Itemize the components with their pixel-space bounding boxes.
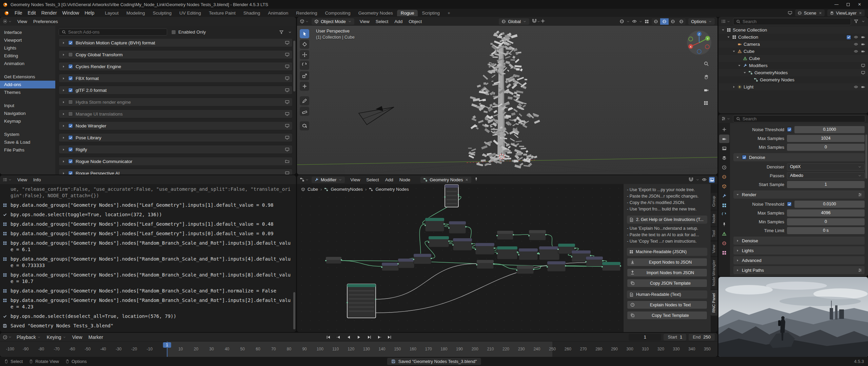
node-link[interactable]	[341, 261, 382, 266]
info-log-line[interactable]: bpy.data.node_groups["Geometry Nodes"].n…	[0, 221, 296, 227]
viewport-options-dropdown[interactable]: Options	[688, 18, 715, 25]
graph-node[interactable]	[496, 246, 518, 259]
properties-editor-type-icon-chevron[interactable]	[727, 117, 730, 121]
preferences-editor-type-icon-chevron[interactable]	[8, 20, 12, 23]
tool-transform-button[interactable]	[300, 82, 309, 91]
node-graph[interactable]	[297, 184, 623, 332]
viewer-toggle-button[interactable]	[709, 177, 715, 183]
preferences-editor-type-icon[interactable]	[3, 19, 7, 24]
graph-node[interactable]	[425, 218, 445, 231]
gizmos-chevron-icon[interactable]	[626, 20, 630, 23]
addon-row-hydra-storm-render-engine[interactable]: Hydra Storm render engine	[59, 98, 293, 106]
workspace-tab-geometry-nodes[interactable]: Geometry Nodes	[355, 10, 397, 16]
section-checkbox[interactable]	[742, 155, 747, 160]
disclosure-open-icon[interactable]	[727, 35, 730, 39]
outliner-row-collection[interactable]: Collection	[718, 34, 868, 41]
add-workspace-button[interactable]: +	[444, 10, 454, 16]
disclosure-open-icon[interactable]	[732, 49, 736, 53]
close-button[interactable]: ✕	[854, 1, 865, 8]
play-button[interactable]	[354, 334, 363, 341]
render-visibility-icon[interactable]	[861, 42, 865, 46]
addon-enable-checkbox[interactable]	[68, 159, 73, 164]
addon-row-cycles-render-engine[interactable]: Cycles Render Engine	[59, 62, 293, 71]
graph-node[interactable]	[585, 257, 604, 266]
shading-rendered-button[interactable]	[677, 18, 686, 25]
navigation-gizmo[interactable]: Z Y X	[686, 30, 712, 57]
copy-text-template-button[interactable]: Copy Text Template	[627, 311, 707, 320]
breadcrumb-item-cube[interactable]: Cube	[308, 187, 318, 192]
enabled-only-box[interactable]	[171, 30, 176, 35]
topbar-menu-render[interactable]: Render	[39, 10, 60, 16]
play-reverse-button[interactable]	[344, 334, 353, 341]
topbar-menu-window[interactable]: Window	[60, 10, 82, 16]
timeline-editor-type-icon-chevron[interactable]	[8, 335, 12, 339]
prefs-nav-editing[interactable]: Editing	[0, 52, 55, 60]
node-snap-icon[interactable]	[689, 177, 693, 182]
properties-tab-world[interactable]	[719, 172, 729, 181]
display-toggle-icon[interactable]	[861, 63, 865, 68]
prefs-nav-animation[interactable]: Animation	[0, 60, 55, 67]
prefs-nav-input[interactable]: Input	[0, 102, 55, 109]
prefs-nav-viewport[interactable]: Viewport	[0, 36, 55, 44]
sidebar-tab-node-wrangler[interactable]: Node Wrangler	[711, 257, 717, 289]
info-log-line[interactable]: bpy.ops.node.select(deselect_all=True, l…	[0, 313, 296, 320]
outliner-row-modifiers[interactable]: Modifiers	[718, 62, 868, 69]
expand-icon[interactable]	[62, 148, 65, 151]
next-keyframe-button[interactable]	[375, 334, 384, 341]
graph-node[interactable]	[518, 248, 538, 260]
editors-layout-icon[interactable]	[788, 11, 792, 15]
proportional-edit-icon[interactable]	[540, 19, 545, 23]
properties-search-input[interactable]	[743, 116, 862, 121]
scene-selector[interactable]: Scene	[795, 9, 825, 16]
timeline-menu-marker[interactable]: Marker	[86, 334, 106, 340]
info-log-line[interactable]: bpy.data.node_groups["Geometry Nodes"].n…	[0, 288, 296, 294]
graph-node[interactable]	[347, 284, 376, 318]
noise-threshold-field[interactable]: 0.1000	[794, 126, 865, 133]
explain-nodes-to-text-button[interactable]: ?Explain Nodes to Text	[627, 301, 707, 309]
outliner-row-geometry-nodes[interactable]: Geometry Nodes	[718, 76, 868, 83]
node-menu-node[interactable]: Node	[397, 177, 413, 183]
graph-node[interactable]	[528, 230, 547, 240]
min-samples-field[interactable]: 0	[787, 218, 865, 225]
unlink-viewlayer-icon[interactable]	[859, 11, 862, 15]
addon-row-rogue-node-communicator[interactable]: Rogue Node Communicator	[59, 157, 293, 166]
viewport-editor-type-icon[interactable]	[300, 19, 304, 24]
viewport-menu-view[interactable]: View	[357, 19, 372, 24]
section-volumes[interactable]: Volumes	[733, 276, 865, 276]
shading-material-preview-button[interactable]	[669, 18, 677, 25]
timeline-ruler[interactable]: -100-90-80-70-60-50-40-30-20-10102030405…	[0, 341, 717, 357]
outliner-editor-type-icon[interactable]	[721, 19, 726, 24]
info-log-line[interactable]: bpy.data.node_groups["Geometry Nodes"].n…	[0, 297, 296, 310]
noise-threshold-field[interactable]: 0.0100	[794, 201, 865, 208]
properties-tab-physics[interactable]	[719, 210, 729, 219]
outliner-row-geometrynodes[interactable]: GeometryNodes	[718, 69, 868, 76]
tool-rotate-button[interactable]	[300, 61, 309, 70]
workspace-tab-rogue[interactable]: Rogue	[397, 10, 418, 16]
outliner-editor-type-icon-chevron[interactable]	[727, 20, 730, 23]
prefs-nav-file-paths[interactable]: File Paths	[0, 146, 55, 154]
addon-enable-checkbox[interactable]	[68, 64, 73, 69]
outliner-search[interactable]	[733, 18, 851, 25]
breadcrumb-item-geometrynodes[interactable]: GeometryNodes	[331, 187, 363, 192]
timeline-editor-type-icon[interactable]	[3, 335, 7, 340]
end-frame-field[interactable]: End 250	[689, 334, 715, 341]
import-nodes-from-json-button[interactable]: Import Nodes from JSON	[627, 268, 707, 277]
current-frame-field[interactable]: 1	[629, 334, 661, 341]
properties-tab-output[interactable]	[719, 144, 729, 152]
properties-editor-type-icon[interactable]	[721, 116, 726, 121]
workspace-tab-sculpting[interactable]: Sculpting	[149, 10, 176, 16]
graph-node[interactable]	[381, 263, 399, 271]
disclosure-closed-icon[interactable]	[732, 85, 736, 89]
addon-enable-checkbox[interactable]	[68, 123, 73, 128]
viewport-pan-icon[interactable]	[704, 74, 709, 80]
sidebar-tab-view[interactable]: View	[711, 242, 717, 256]
node-menu-view[interactable]: View	[348, 177, 363, 183]
min-samples-field[interactable]: 0	[787, 144, 865, 151]
addon-row-node-wrangler[interactable]: Node Wrangler	[59, 121, 293, 130]
expand-icon[interactable]	[62, 160, 65, 163]
addon-row-rigify[interactable]: Rigify	[59, 145, 293, 154]
export-nodes-to-json-button[interactable]: Export Nodes to JSON	[627, 258, 707, 266]
jump-start-button[interactable]	[324, 334, 333, 341]
outliner-row-light[interactable]: Light	[718, 83, 868, 90]
maximize-button[interactable]	[842, 1, 854, 8]
